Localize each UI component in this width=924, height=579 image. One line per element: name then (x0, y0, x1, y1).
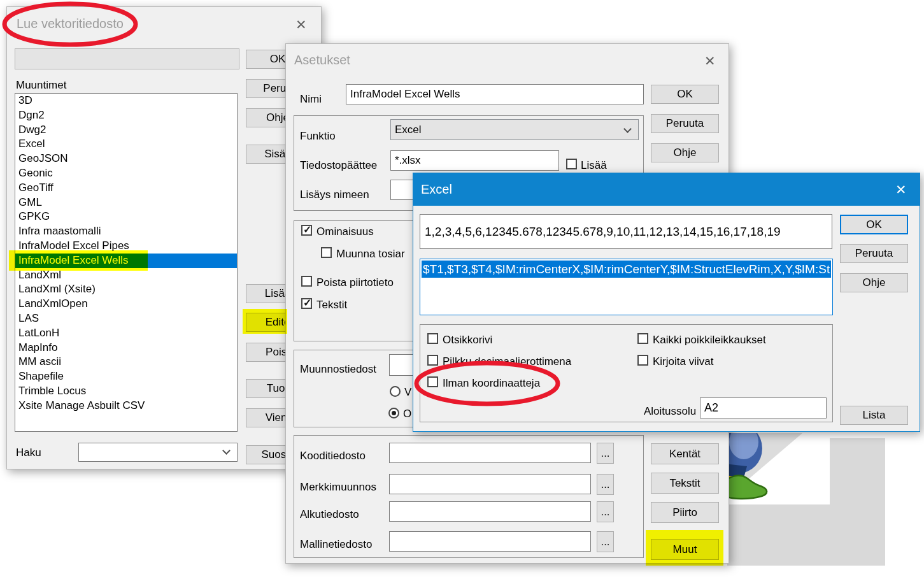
close-icon[interactable]: ✕ (704, 54, 716, 68)
remove-drawinfo-checkbox[interactable] (301, 276, 312, 287)
add-extension-checkbox-label: Lisää (581, 159, 607, 172)
remove-drawinfo-checkbox-label: Poista piirtotieto (316, 276, 394, 289)
write-lines-checkbox[interactable] (637, 355, 648, 366)
start-file-input[interactable] (389, 501, 591, 522)
clipart-panel (727, 433, 830, 504)
converter-item[interactable]: Excel (15, 137, 237, 152)
converter-item[interactable]: 3D (15, 94, 237, 108)
ok-button[interactable]: OK (651, 85, 719, 104)
start-cell-label: Aloitussolu (644, 405, 696, 418)
read-vector-file-dialog: Lue vektoritiedosto ✕ Muuntimet 3D Dgn2 … (6, 6, 322, 469)
convert-real-checkbox[interactable] (321, 247, 332, 258)
code-file-browse-button[interactable]: ... (597, 443, 614, 464)
name-suffix-label: Lisäys nimeen (300, 189, 369, 201)
code-file-input[interactable] (389, 443, 591, 463)
mascot-figure-image (727, 433, 830, 504)
filename-input[interactable] (15, 48, 239, 69)
function-dropdown[interactable]: Excel (390, 119, 639, 140)
highlight-edit-button (243, 309, 287, 334)
converters-list-label: Muuntimet (16, 79, 66, 92)
converter-item[interactable]: Dgn2 (15, 108, 237, 123)
converter-item[interactable]: Dwg2 (15, 123, 237, 138)
char-conversion-label: Merkkimuunnos (300, 481, 388, 494)
converter-item[interactable]: GML (15, 196, 237, 210)
converter-item[interactable]: Xsite Manage Asbuilt CSV (15, 399, 237, 413)
texts-checkbox[interactable] (301, 298, 312, 309)
columns-field-value: 1,2,3,4,5,6,12345.678,12345.678,9,10,11,… (425, 225, 781, 239)
start-file-browse-button[interactable]: ... (597, 501, 614, 522)
search-combobox[interactable] (78, 443, 238, 462)
cancel-button[interactable]: Peruuta (840, 244, 908, 263)
radio-v-label: V (404, 386, 411, 399)
comma-decimal-checkbox-label: Pilkku desimaalierottimena (443, 355, 571, 368)
ok-button[interactable]: OK (840, 215, 908, 234)
name-label: Nimi (300, 93, 322, 106)
fields-textarea[interactable]: $T1,$T3,$T4,$IM:rimCenterX,$IM:rimCenter… (420, 259, 833, 315)
converter-item[interactable]: LatLonH (15, 326, 237, 341)
radio-o[interactable] (388, 408, 399, 418)
fields-button[interactable]: Kentät (651, 443, 719, 464)
converter-item[interactable]: GPKG (15, 210, 237, 224)
no-coordinates-checkbox-label: Ilman koordinaatteja (443, 377, 540, 390)
highlight-selected-converter (9, 250, 148, 271)
add-extension-checkbox[interactable] (566, 159, 577, 169)
all-cross-sections-checkbox[interactable] (637, 333, 648, 344)
list-button[interactable]: Lista (840, 406, 908, 425)
draw-button[interactable]: Piirto (651, 502, 719, 523)
close-icon[interactable]: ✕ (895, 183, 907, 196)
cancel-button[interactable]: Peruuta (651, 114, 719, 133)
converter-item[interactable]: GeoJSON (15, 152, 237, 166)
start-cell-input[interactable] (700, 397, 827, 418)
converter-item[interactable]: GeoTiff (15, 181, 237, 196)
char-conversion-input[interactable] (389, 474, 591, 494)
all-cross-sections-checkbox-label: Kaikki poikkileikkaukset (653, 334, 766, 347)
excel-dialog: Excel ✕ 1,2,3,4,5,6,12345.678,12345.678,… (413, 173, 920, 432)
property-checkbox-label: Ominaisuus (316, 225, 374, 238)
char-conversion-browse-button[interactable]: ... (597, 474, 614, 495)
converter-item[interactable]: Infra maastomalli (15, 224, 237, 239)
header-row-checkbox[interactable] (427, 333, 438, 344)
start-file-label: Alkutiedosto (300, 508, 359, 521)
converter-item[interactable]: MapInfo (15, 341, 237, 355)
template-file-input[interactable] (389, 531, 591, 552)
code-file-label: Kooditiedosto (300, 450, 366, 462)
converter-item[interactable]: LAS (15, 311, 237, 326)
header-row-checkbox-label: Otsikkorivi (443, 334, 492, 347)
converter-item[interactable]: LandXmlOpen (15, 297, 237, 311)
highlight-other-button (646, 530, 723, 566)
convert-real-checkbox-label: Muunna tosiar (336, 248, 405, 261)
extension-input[interactable] (390, 150, 559, 171)
conversion-file-label: Muunnostiedost (300, 363, 388, 376)
converter-item[interactable]: MM ascii (15, 355, 237, 369)
template-file-label: Mallinetiedosto (300, 538, 372, 551)
help-button[interactable]: Ohje (651, 143, 719, 162)
converter-item[interactable]: LandXml (Xsite) (15, 282, 237, 297)
texts-checkbox-label: Tekstit (316, 299, 347, 311)
write-lines-checkbox-label: Kirjoita viivat (653, 355, 713, 368)
close-icon[interactable]: ✕ (295, 18, 307, 31)
texts-button[interactable]: Tekstit (651, 473, 719, 494)
columns-field[interactable]: 1,2,3,4,5,6,12345.678,12345.678,9,10,11,… (420, 214, 832, 249)
radio-v[interactable] (390, 386, 401, 397)
no-coordinates-checkbox[interactable] (427, 376, 438, 387)
dialog-title: Lue vektoritiedosto (17, 17, 124, 31)
comma-decimal-checkbox[interactable] (427, 355, 438, 366)
dialog-title: Excel (421, 182, 452, 197)
name-input[interactable] (346, 84, 644, 104)
help-button[interactable]: Ohje (840, 273, 908, 292)
converter-item[interactable]: Trimble Locus (15, 384, 237, 399)
fields-selected-line: $T1,$T3,$T4,$IM:rimCenterX,$IM:rimCenter… (422, 261, 831, 278)
excel-titlebar: Excel ✕ (413, 173, 920, 206)
converter-item[interactable]: Geonic (15, 166, 237, 181)
property-checkbox[interactable] (301, 225, 312, 236)
screenshot-root: Lue vektoritiedosto ✕ Muuntimet 3D Dgn2 … (0, 0, 924, 579)
extension-label: Tiedostopäättee (300, 159, 389, 172)
dialog-title: Asetukset (294, 53, 350, 68)
converter-item[interactable]: Shapefile (15, 369, 237, 384)
template-file-browse-button[interactable]: ... (597, 531, 614, 552)
search-label: Haku (16, 447, 41, 459)
function-label: Funktio (300, 130, 336, 143)
radio-o-label: O (403, 408, 411, 420)
